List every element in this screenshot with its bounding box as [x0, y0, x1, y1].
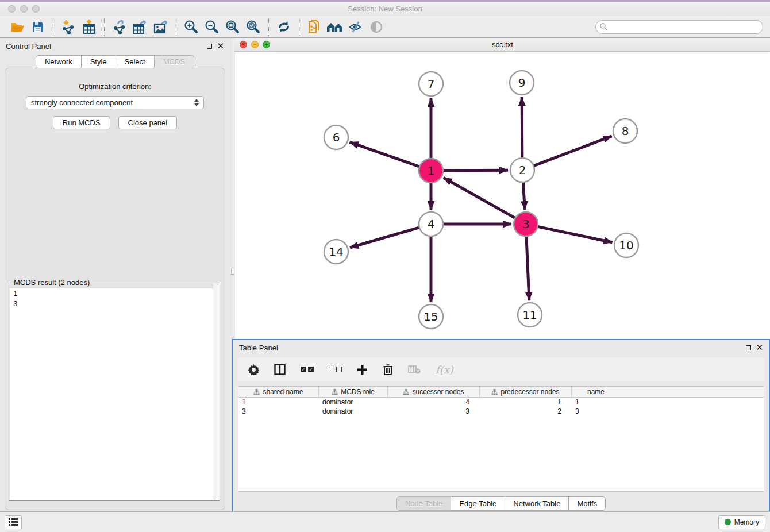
table-cell[interactable]: 1 [238, 398, 319, 407]
mcds-result-title: MCDS result (2 nodes) [11, 278, 92, 287]
graph-node-1[interactable]: 1 [419, 159, 443, 183]
select-stepper-icon [194, 99, 199, 106]
import-table-icon[interactable] [79, 18, 99, 36]
zoom-out-icon[interactable] [202, 18, 222, 36]
tab-motifs[interactable]: Motifs [568, 496, 606, 511]
delete-rows-icon[interactable] [383, 364, 393, 375]
main-toolbar [0, 16, 770, 38]
column-label: successor nodes [412, 388, 464, 396]
splitter-grip[interactable] [231, 268, 234, 275]
svg-text:11: 11 [522, 308, 537, 322]
list-icon [9, 518, 18, 526]
zoom-selected-icon[interactable] [243, 18, 264, 36]
graph-node-3[interactable]: 3 [514, 212, 538, 236]
table-panel-header: Table Panel ✕ [233, 340, 769, 355]
close-panel-button[interactable]: Close panel [118, 116, 178, 129]
close-panel-icon[interactable]: ✕ [217, 43, 224, 49]
apply-layout-icon[interactable] [274, 18, 294, 36]
graph-edge-3-1[interactable] [444, 178, 515, 218]
table-cell[interactable]: 1 [480, 398, 572, 407]
add-row-icon[interactable] [357, 364, 368, 375]
graph-edge-2-8[interactable] [534, 136, 612, 166]
tab-mcds[interactable]: MCDS [154, 55, 194, 68]
task-history-button[interactable] [5, 515, 22, 529]
graph-edge-2-9[interactable] [522, 97, 522, 158]
table-cell[interactable]: dominator [319, 407, 388, 416]
run-mcds-button[interactable]: Run MCDS [53, 116, 110, 129]
graph-node-9[interactable]: 9 [510, 71, 534, 95]
graph-node-15[interactable]: 15 [419, 304, 443, 329]
graph-node-6[interactable]: 6 [324, 125, 348, 149]
open-session-icon[interactable] [7, 18, 28, 36]
svg-text:15: 15 [424, 310, 438, 323]
table-cell[interactable]: 3 [572, 407, 620, 416]
select-all-checkboxes-icon[interactable]: ✓✓ [301, 367, 314, 372]
graph-edge-3-10[interactable] [538, 226, 613, 242]
deselect-all-checkboxes-icon[interactable] [329, 367, 342, 372]
tab-select[interactable]: Select [116, 55, 155, 68]
tab-network[interactable]: Network [36, 55, 82, 68]
memory-status-icon [725, 519, 731, 525]
zoom-fit-icon[interactable] [222, 18, 243, 36]
import-network-icon[interactable] [58, 18, 79, 36]
graph-edge-1-2[interactable] [443, 170, 508, 171]
graph-node-8[interactable]: 8 [613, 119, 637, 143]
table-cell[interactable]: 3 [238, 407, 319, 416]
export-image-icon[interactable] [151, 18, 171, 36]
tab-network-table[interactable]: Network Table [505, 496, 569, 511]
export-network-icon[interactable] [109, 18, 130, 36]
table-cell[interactable]: 4 [388, 398, 480, 407]
search-input[interactable] [595, 20, 763, 34]
column-header-name[interactable]: name [572, 387, 620, 397]
graph-node-11[interactable]: 11 [518, 303, 542, 327]
graph-edge-4-14[interactable] [350, 228, 419, 248]
close-table-panel-icon[interactable]: ✕ [756, 344, 763, 351]
graph-node-7[interactable]: 7 [419, 72, 443, 96]
mcds-result-item: 3 [10, 299, 219, 309]
status-bar: Memory [0, 511, 770, 532]
float-panel-icon[interactable] [207, 44, 212, 49]
table-cell[interactable]: dominator [319, 398, 388, 407]
column-header-successor-nodes[interactable]: successor nodes [388, 387, 480, 397]
control-panel-header: Control Panel ✕ [0, 38, 230, 54]
memory-label: Memory [734, 518, 759, 526]
zoom-in-icon[interactable] [181, 18, 202, 36]
show-hidden-icon[interactable] [366, 18, 387, 36]
column-header-MCDS-role[interactable]: MCDS role [319, 387, 388, 397]
float-table-panel-icon[interactable] [746, 345, 751, 350]
graph-node-14[interactable]: 14 [324, 240, 348, 264]
tab-node-table[interactable]: Node Table [396, 496, 452, 511]
table-cell[interactable]: 1 [572, 398, 620, 407]
hide-selected-icon[interactable] [345, 18, 366, 36]
export-table-icon[interactable] [130, 18, 151, 36]
network-canvas[interactable]: 7968124314101511 [235, 52, 770, 339]
first-neighbors-icon[interactable] [325, 18, 345, 36]
result-scrollbar[interactable] [213, 283, 220, 500]
column-header-shared-name[interactable]: shared name [238, 387, 319, 397]
table-options-gear-icon[interactable] [248, 364, 259, 375]
table-row[interactable]: 1dominator411 [238, 398, 764, 407]
svg-text:10: 10 [619, 238, 633, 252]
clone-network-icon[interactable] [304, 18, 325, 36]
memory-button[interactable]: Memory [718, 515, 765, 529]
toolbar-separator [268, 18, 269, 36]
table-row[interactable]: 3dominator323 [238, 407, 764, 416]
toolbar-separator [299, 18, 299, 36]
optimization-criterion-select[interactable]: strongly connected component [26, 96, 204, 109]
control-panel-title: Control Panel [6, 42, 51, 51]
save-session-icon[interactable] [28, 18, 48, 36]
tab-edge-table[interactable]: Edge Table [451, 496, 505, 511]
mcds-result-list[interactable]: 13 [10, 288, 219, 500]
column-header-predecessor-nodes[interactable]: predecessor nodes [480, 387, 572, 397]
network-graph[interactable]: 7968124314101511 [235, 52, 770, 339]
table-cell[interactable]: 3 [388, 407, 480, 416]
graph-node-2[interactable]: 2 [510, 158, 534, 182]
graph-node-10[interactable]: 10 [614, 233, 638, 257]
show-columns-icon[interactable] [274, 364, 286, 375]
graph-edge-2-3[interactable] [523, 182, 525, 210]
graph-edge-3-11[interactable] [526, 236, 529, 300]
tab-style[interactable]: Style [81, 55, 116, 68]
table-cell[interactable]: 2 [480, 407, 572, 416]
graph-edge-1-6[interactable] [350, 142, 420, 167]
graph-node-4[interactable]: 4 [419, 212, 443, 236]
